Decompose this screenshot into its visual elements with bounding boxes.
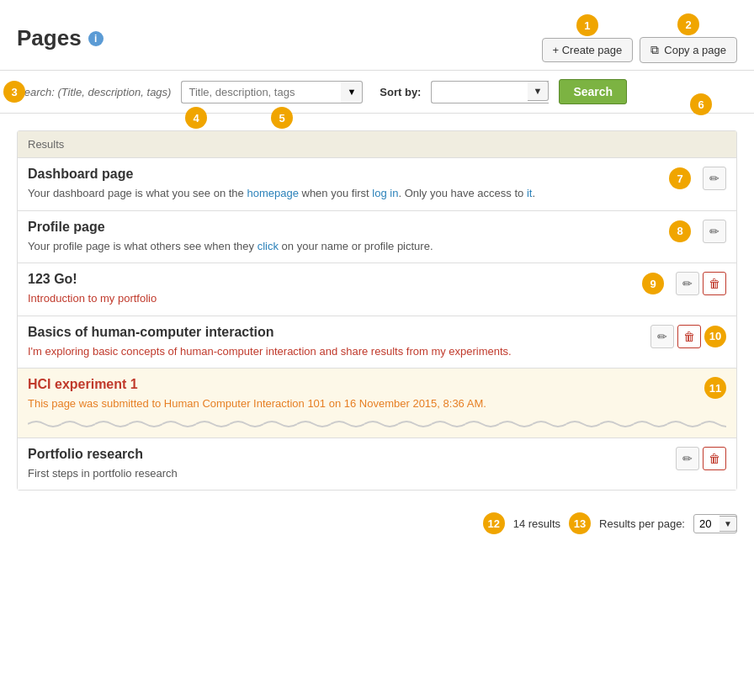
edit-button[interactable]: ✏ (676, 447, 699, 470)
result-actions: ✏ (703, 220, 726, 243)
badge-13: 13 (569, 512, 591, 534)
result-item-header: 123 Go! Introduction to my portfolio 9 ✏… (28, 272, 726, 307)
result-content: HCI experiment 1 This page was submitted… (28, 377, 486, 412)
results-section: Results Dashboard page Your dashboard pa… (17, 130, 737, 491)
result-actions: ✏ 🗑 (676, 272, 726, 295)
result-desc-submitted: This page was submitted to Human Compute… (28, 395, 486, 412)
page-title-area: Pages i (17, 25, 104, 51)
badge-7: 7 (669, 167, 691, 189)
badge-4: 4 (185, 107, 207, 129)
result-item: Basics of human-computer interaction I'm… (18, 316, 736, 369)
result-title: Profile page (28, 220, 433, 235)
badge-1: 1 (576, 14, 598, 36)
badge-5: 5 (271, 107, 293, 129)
search-label: Search: (Title, description, tags) (17, 86, 171, 98)
per-page-label: Results per page: (599, 517, 685, 530)
per-page-select[interactable]: 20 50 100 (693, 514, 737, 533)
result-title: Basics of human-computer interaction (28, 325, 512, 340)
copy-icon: ⧉ (650, 43, 659, 57)
results-header: Results (18, 131, 736, 158)
result-content: Portfolio research First steps in portfo… (28, 447, 178, 482)
edit-button[interactable]: ✏ (703, 220, 726, 243)
edit-button[interactable]: ✏ (676, 272, 699, 295)
result-item: 123 Go! Introduction to my portfolio 9 ✏… (18, 263, 736, 316)
result-item-submitted: HCI experiment 1 This page was submitted… (18, 369, 736, 438)
result-item-header: Profile page Your profile page is what o… (28, 220, 726, 255)
page-title: Pages (17, 25, 82, 51)
search-input-wrap: ▼ (181, 81, 363, 103)
badge-3: 3 (3, 81, 25, 103)
per-page-wrap: 20 50 100 ▼ (693, 514, 737, 533)
result-desc: Your profile page is what others see whe… (28, 238, 433, 255)
result-desc: Your dashboard page is what you see on t… (28, 185, 535, 202)
result-desc: First steps in portfolio research (28, 465, 178, 482)
sort-label: Sort by: (380, 86, 421, 98)
result-actions: ✏ (703, 167, 726, 190)
search-input[interactable] (181, 81, 341, 103)
sort-select[interactable] (431, 81, 549, 103)
delete-button[interactable]: 🗑 (703, 447, 726, 470)
header-buttons: 1 + Create page 2 ⧉ Copy a page (542, 13, 738, 63)
badge-6: 6 (690, 93, 712, 115)
badge-8: 8 (669, 220, 691, 242)
wave-divider (28, 419, 726, 429)
info-icon[interactable]: i (88, 31, 104, 46)
result-title: Portfolio research (28, 447, 178, 462)
result-item: Dashboard page Your dashboard page is wh… (18, 158, 736, 211)
edit-button[interactable]: ✏ (703, 167, 726, 190)
edit-button[interactable]: ✏ (650, 325, 674, 348)
search-dropdown-button[interactable]: ▼ (341, 81, 363, 103)
delete-button[interactable]: 🗑 (703, 272, 726, 295)
badge-11: 11 (704, 377, 726, 399)
search-bar: 3 Search: (Title, description, tags) ▼ S… (0, 70, 754, 114)
badge-9: 9 (642, 273, 664, 294)
copy-page-button[interactable]: ⧉ Copy a page (640, 37, 737, 63)
create-page-button[interactable]: + Create page (542, 38, 634, 62)
result-desc: I'm exploring basic concepts of human-co… (28, 343, 512, 360)
result-item: Portfolio research First steps in portfo… (18, 438, 736, 491)
result-item-header: HCI experiment 1 This page was submitted… (28, 377, 726, 412)
result-item-header: Dashboard page Your dashboard page is wh… (28, 167, 726, 202)
delete-button[interactable]: 🗑 (677, 325, 701, 348)
result-actions: ✏ 🗑 (650, 325, 701, 348)
result-item-header: Portfolio research First steps in portfo… (28, 447, 726, 482)
result-desc: Introduction to my portfolio (28, 290, 157, 307)
footer-area: 12 14 results 13 Results per page: 20 50… (0, 504, 754, 543)
result-item-header: Basics of human-computer interaction I'm… (28, 325, 726, 360)
result-content: Basics of human-computer interaction I'm… (28, 325, 512, 360)
badge-12: 12 (483, 512, 505, 534)
copy-page-label: Copy a page (664, 44, 726, 56)
result-actions: ✏ 🗑 (676, 447, 726, 470)
page-header: Pages i 1 + Create page 2 ⧉ Copy a page (0, 0, 754, 70)
results-count: 14 results (513, 517, 560, 530)
sort-select-wrap: ▼ (431, 81, 549, 103)
search-button[interactable]: Search (559, 79, 627, 104)
result-title: HCI experiment 1 (28, 377, 486, 392)
result-content: 123 Go! Introduction to my portfolio (28, 272, 157, 307)
result-content: Profile page Your profile page is what o… (28, 220, 433, 255)
badge-2: 2 (677, 13, 699, 35)
result-title: 123 Go! (28, 272, 157, 287)
result-content: Dashboard page Your dashboard page is wh… (28, 167, 535, 202)
result-title: Dashboard page (28, 167, 535, 182)
badge-10: 10 (704, 326, 726, 347)
result-item: Profile page Your profile page is what o… (18, 211, 736, 264)
